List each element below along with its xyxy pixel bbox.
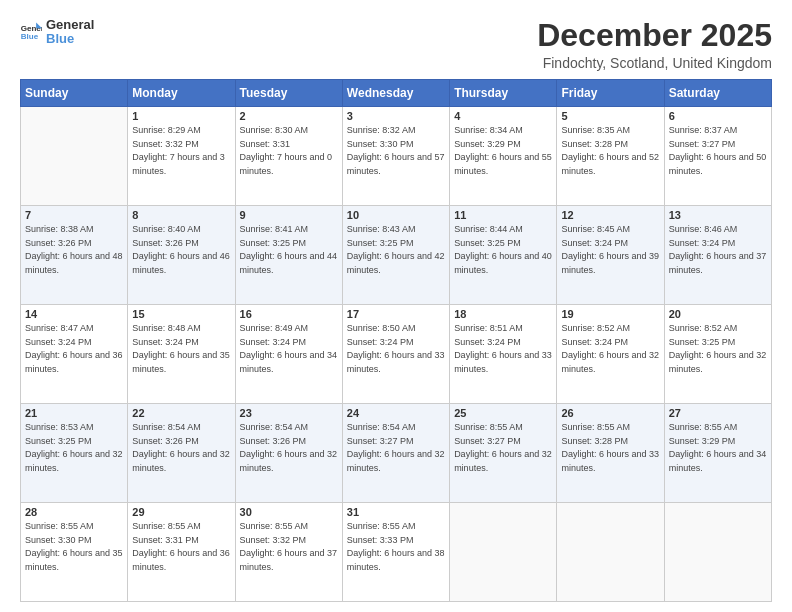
day-detail: Sunrise: 8:55 AMSunset: 3:31 PMDaylight:… — [132, 520, 230, 574]
calendar-day-cell: 27Sunrise: 8:55 AMSunset: 3:29 PMDayligh… — [664, 404, 771, 503]
weekday-header: Saturday — [664, 80, 771, 107]
calendar-header-row: SundayMondayTuesdayWednesdayThursdayFrid… — [21, 80, 772, 107]
logo-blue: Blue — [46, 32, 94, 46]
day-detail: Sunrise: 8:47 AMSunset: 3:24 PMDaylight:… — [25, 322, 123, 376]
calendar-week-row: 7Sunrise: 8:38 AMSunset: 3:26 PMDaylight… — [21, 206, 772, 305]
day-detail: Sunrise: 8:55 AMSunset: 3:28 PMDaylight:… — [561, 421, 659, 475]
calendar-day-cell: 1Sunrise: 8:29 AMSunset: 3:32 PMDaylight… — [128, 107, 235, 206]
day-detail: Sunrise: 8:41 AMSunset: 3:25 PMDaylight:… — [240, 223, 338, 277]
calendar-day-cell: 17Sunrise: 8:50 AMSunset: 3:24 PMDayligh… — [342, 305, 449, 404]
day-number: 23 — [240, 407, 338, 419]
day-number: 3 — [347, 110, 445, 122]
day-number: 8 — [132, 209, 230, 221]
day-number: 18 — [454, 308, 552, 320]
day-detail: Sunrise: 8:43 AMSunset: 3:25 PMDaylight:… — [347, 223, 445, 277]
calendar-day-cell: 29Sunrise: 8:55 AMSunset: 3:31 PMDayligh… — [128, 503, 235, 602]
calendar-table: SundayMondayTuesdayWednesdayThursdayFrid… — [20, 79, 772, 602]
day-detail: Sunrise: 8:54 AMSunset: 3:26 PMDaylight:… — [132, 421, 230, 475]
weekday-header: Friday — [557, 80, 664, 107]
calendar-day-cell: 23Sunrise: 8:54 AMSunset: 3:26 PMDayligh… — [235, 404, 342, 503]
calendar-week-row: 21Sunrise: 8:53 AMSunset: 3:25 PMDayligh… — [21, 404, 772, 503]
calendar-day-cell: 20Sunrise: 8:52 AMSunset: 3:25 PMDayligh… — [664, 305, 771, 404]
day-detail: Sunrise: 8:35 AMSunset: 3:28 PMDaylight:… — [561, 124, 659, 178]
logo-general: General — [46, 18, 94, 32]
day-detail: Sunrise: 8:55 AMSunset: 3:27 PMDaylight:… — [454, 421, 552, 475]
day-detail: Sunrise: 8:40 AMSunset: 3:26 PMDaylight:… — [132, 223, 230, 277]
calendar-day-cell: 2Sunrise: 8:30 AMSunset: 3:31Daylight: 7… — [235, 107, 342, 206]
calendar-day-cell: 22Sunrise: 8:54 AMSunset: 3:26 PMDayligh… — [128, 404, 235, 503]
day-number: 15 — [132, 308, 230, 320]
day-detail: Sunrise: 8:53 AMSunset: 3:25 PMDaylight:… — [25, 421, 123, 475]
day-number: 26 — [561, 407, 659, 419]
weekday-header: Thursday — [450, 80, 557, 107]
calendar-day-cell — [664, 503, 771, 602]
calendar-day-cell: 12Sunrise: 8:45 AMSunset: 3:24 PMDayligh… — [557, 206, 664, 305]
day-number: 7 — [25, 209, 123, 221]
calendar-day-cell: 24Sunrise: 8:54 AMSunset: 3:27 PMDayligh… — [342, 404, 449, 503]
logo-icon: General Blue — [20, 21, 42, 43]
calendar-day-cell: 9Sunrise: 8:41 AMSunset: 3:25 PMDaylight… — [235, 206, 342, 305]
calendar-week-row: 14Sunrise: 8:47 AMSunset: 3:24 PMDayligh… — [21, 305, 772, 404]
weekday-header: Monday — [128, 80, 235, 107]
day-detail: Sunrise: 8:49 AMSunset: 3:24 PMDaylight:… — [240, 322, 338, 376]
calendar-day-cell: 11Sunrise: 8:44 AMSunset: 3:25 PMDayligh… — [450, 206, 557, 305]
day-detail: Sunrise: 8:54 AMSunset: 3:26 PMDaylight:… — [240, 421, 338, 475]
calendar-day-cell: 21Sunrise: 8:53 AMSunset: 3:25 PMDayligh… — [21, 404, 128, 503]
day-number: 17 — [347, 308, 445, 320]
day-detail: Sunrise: 8:55 AMSunset: 3:29 PMDaylight:… — [669, 421, 767, 475]
calendar-day-cell: 30Sunrise: 8:55 AMSunset: 3:32 PMDayligh… — [235, 503, 342, 602]
day-number: 28 — [25, 506, 123, 518]
calendar-day-cell — [21, 107, 128, 206]
calendar-day-cell: 13Sunrise: 8:46 AMSunset: 3:24 PMDayligh… — [664, 206, 771, 305]
day-number: 13 — [669, 209, 767, 221]
day-detail: Sunrise: 8:52 AMSunset: 3:24 PMDaylight:… — [561, 322, 659, 376]
day-number: 25 — [454, 407, 552, 419]
calendar-day-cell: 31Sunrise: 8:55 AMSunset: 3:33 PMDayligh… — [342, 503, 449, 602]
calendar-day-cell: 7Sunrise: 8:38 AMSunset: 3:26 PMDaylight… — [21, 206, 128, 305]
day-detail: Sunrise: 8:37 AMSunset: 3:27 PMDaylight:… — [669, 124, 767, 178]
weekday-header: Sunday — [21, 80, 128, 107]
day-detail: Sunrise: 8:54 AMSunset: 3:27 PMDaylight:… — [347, 421, 445, 475]
calendar-day-cell: 15Sunrise: 8:48 AMSunset: 3:24 PMDayligh… — [128, 305, 235, 404]
title-block: December 2025 Findochty, Scotland, Unite… — [537, 18, 772, 71]
day-detail: Sunrise: 8:52 AMSunset: 3:25 PMDaylight:… — [669, 322, 767, 376]
calendar-day-cell — [450, 503, 557, 602]
day-number: 1 — [132, 110, 230, 122]
day-detail: Sunrise: 8:50 AMSunset: 3:24 PMDaylight:… — [347, 322, 445, 376]
calendar-day-cell: 26Sunrise: 8:55 AMSunset: 3:28 PMDayligh… — [557, 404, 664, 503]
page: General Blue General Blue December 2025 … — [0, 0, 792, 612]
day-detail: Sunrise: 8:29 AMSunset: 3:32 PMDaylight:… — [132, 124, 230, 178]
day-number: 10 — [347, 209, 445, 221]
day-number: 22 — [132, 407, 230, 419]
calendar-week-row: 1Sunrise: 8:29 AMSunset: 3:32 PMDaylight… — [21, 107, 772, 206]
calendar-day-cell: 3Sunrise: 8:32 AMSunset: 3:30 PMDaylight… — [342, 107, 449, 206]
day-number: 11 — [454, 209, 552, 221]
logo: General Blue General Blue — [20, 18, 94, 47]
day-detail: Sunrise: 8:45 AMSunset: 3:24 PMDaylight:… — [561, 223, 659, 277]
day-number: 14 — [25, 308, 123, 320]
day-number: 12 — [561, 209, 659, 221]
day-number: 6 — [669, 110, 767, 122]
day-number: 2 — [240, 110, 338, 122]
calendar-day-cell: 6Sunrise: 8:37 AMSunset: 3:27 PMDaylight… — [664, 107, 771, 206]
day-number: 24 — [347, 407, 445, 419]
calendar-day-cell: 16Sunrise: 8:49 AMSunset: 3:24 PMDayligh… — [235, 305, 342, 404]
day-number: 9 — [240, 209, 338, 221]
day-detail: Sunrise: 8:38 AMSunset: 3:26 PMDaylight:… — [25, 223, 123, 277]
day-number: 30 — [240, 506, 338, 518]
calendar-day-cell: 4Sunrise: 8:34 AMSunset: 3:29 PMDaylight… — [450, 107, 557, 206]
month-title: December 2025 — [537, 18, 772, 53]
day-number: 19 — [561, 308, 659, 320]
svg-text:Blue: Blue — [21, 33, 39, 42]
location-title: Findochty, Scotland, United Kingdom — [537, 55, 772, 71]
calendar-day-cell: 10Sunrise: 8:43 AMSunset: 3:25 PMDayligh… — [342, 206, 449, 305]
day-number: 29 — [132, 506, 230, 518]
day-detail: Sunrise: 8:55 AMSunset: 3:32 PMDaylight:… — [240, 520, 338, 574]
day-detail: Sunrise: 8:48 AMSunset: 3:24 PMDaylight:… — [132, 322, 230, 376]
calendar-day-cell: 19Sunrise: 8:52 AMSunset: 3:24 PMDayligh… — [557, 305, 664, 404]
calendar-day-cell — [557, 503, 664, 602]
header: General Blue General Blue December 2025 … — [20, 18, 772, 71]
calendar-week-row: 28Sunrise: 8:55 AMSunset: 3:30 PMDayligh… — [21, 503, 772, 602]
weekday-header: Wednesday — [342, 80, 449, 107]
weekday-header: Tuesday — [235, 80, 342, 107]
